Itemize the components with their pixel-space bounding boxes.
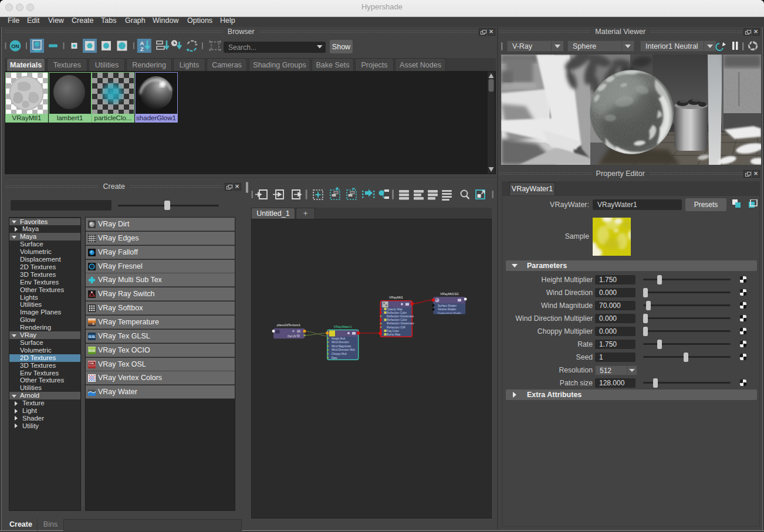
- svg-text:Refraction Color: Refraction Color: [387, 318, 407, 321]
- svg-text:Z: Z: [140, 46, 144, 52]
- svg-text:Opacity Map: Opacity Map: [387, 308, 403, 311]
- svg-text:K: K: [92, 322, 94, 326]
- svg-text:Wind Magnitude: Wind Magnitude: [332, 345, 351, 348]
- svg-text:Search...: Search...: [228, 43, 256, 52]
- svg-text:Refraction IOR: Refraction IOR: [387, 326, 405, 329]
- svg-text:Displacement Shader: Displacement Shader: [438, 311, 462, 314]
- svg-text:Reflection Glossiness: Reflection Glossiness: [387, 315, 414, 318]
- svg-text:VRayMtl1SG: VRayMtl1SG: [440, 292, 459, 296]
- svg-text:VRayWater1: VRayWater1: [334, 325, 352, 328]
- svg-text:Show: Show: [332, 43, 351, 51]
- svg-text:Out UV: Out UV: [288, 335, 297, 338]
- svg-text:Rate: Rate: [332, 357, 337, 360]
- svg-text:Volume Shader: Volume Shader: [438, 308, 457, 311]
- svg-text:Height Mult: Height Mult: [332, 337, 346, 340]
- svg-text:GLSL: GLSL: [88, 335, 95, 338]
- svg-text:Surface Shader: Surface Shader: [438, 304, 457, 307]
- svg-text:A: A: [140, 40, 144, 46]
- svg-text:Wind Direction: Wind Direction: [332, 341, 349, 344]
- svg-text:VRayMtl1: VRayMtl1: [389, 296, 403, 299]
- svg-text:Fog Color: Fog Color: [387, 330, 399, 333]
- svg-text:OCIO: OCIO: [89, 349, 96, 352]
- svg-text:place2dTexture1: place2dTexture1: [277, 323, 300, 327]
- svg-text:Wind Direction Mult: Wind Direction Mult: [332, 348, 356, 351]
- svg-text:OSL: OSL: [89, 362, 94, 365]
- svg-text:Bump Map: Bump Map: [387, 333, 401, 336]
- svg-text:Choppy Mult: Choppy Mult: [332, 353, 347, 355]
- svg-text:Refraction Glossiness: Refraction Glossiness: [387, 322, 414, 325]
- svg-text:ON: ON: [11, 43, 19, 49]
- svg-text:Reflection Color: Reflection Color: [387, 311, 407, 314]
